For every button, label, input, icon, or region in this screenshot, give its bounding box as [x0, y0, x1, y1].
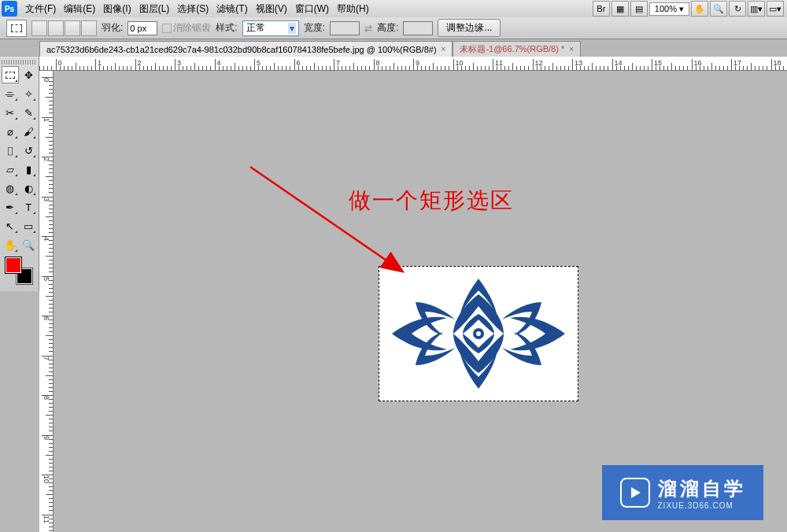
- menu-window[interactable]: 窗口(W): [292, 1, 332, 17]
- tab-2-title: 未标题-1@66.7%(RGB/8) *: [460, 43, 564, 55]
- crop-tool[interactable]: ✂: [2, 104, 19, 121]
- history-brush-tool[interactable]: ↺: [20, 142, 38, 159]
- gradient-tool[interactable]: ▮: [20, 161, 38, 178]
- menu-layer[interactable]: 图层(L): [136, 1, 173, 17]
- width-input[interactable]: [330, 21, 360, 35]
- color-swatches: [2, 257, 37, 288]
- menu-filter[interactable]: 滤镜(T): [213, 1, 250, 17]
- height-label: 高度:: [377, 21, 398, 35]
- canvas-area[interactable]: [54, 71, 787, 532]
- type-tool[interactable]: T: [20, 198, 38, 216]
- flower-graphic: [384, 271, 573, 397]
- menu-file[interactable]: 文件(F): [22, 1, 59, 17]
- watermark-url: ZIXUE.3D66.COM: [658, 501, 746, 510]
- watermark: 溜溜自学 ZIXUE.3D66.COM: [602, 465, 763, 520]
- marquee-selection[interactable]: [379, 266, 578, 401]
- style-label: 样式:: [216, 21, 237, 35]
- mode-new[interactable]: [31, 20, 47, 36]
- tab-2-close-icon[interactable]: ×: [569, 45, 574, 54]
- antialias-checkbox: 消除锯齿: [162, 21, 211, 35]
- toolbox-grip[interactable]: [2, 60, 37, 65]
- menu-help[interactable]: 帮助(H): [334, 1, 372, 17]
- menubar: Ps 文件(F) 编辑(E) 图像(I) 图层(L) 选择(S) 滤镜(T) 视…: [0, 0, 787, 17]
- menu-edit[interactable]: 编辑(E): [61, 1, 98, 17]
- pen-tool[interactable]: ✒: [2, 198, 19, 216]
- menu-select[interactable]: 选择(S): [174, 1, 212, 17]
- menu-right-controls: Br ▦ ▤ 100% ▾ ✋ 🔍 ↻ ▥▾ ▭▾: [593, 1, 787, 17]
- tab-1-close-icon[interactable]: ×: [442, 45, 446, 54]
- refine-edge-button[interactable]: 调整边缘...: [438, 19, 501, 37]
- antialias-label: 消除锯齿: [173, 21, 211, 35]
- feather-input[interactable]: [127, 21, 157, 35]
- path-selection-tool[interactable]: ↖: [2, 217, 19, 235]
- history-grid-button[interactable]: ▦: [611, 1, 629, 17]
- feather-label: 羽化:: [102, 21, 123, 35]
- view-extras-button[interactable]: ▤: [630, 1, 648, 17]
- options-bar: 羽化: 消除锯齿 样式: 正常 宽度: ⇄ 高度: 调整边缘...: [0, 17, 787, 39]
- foreground-color-swatch[interactable]: [5, 257, 22, 274]
- clone-stamp-tool[interactable]: ⌷: [2, 142, 19, 159]
- toolbox: ✥ ⌯ ✧ ✂ ✎ ⌀ 🖌 ⌷ ↺ ▱ ▮ ◍ ◐ ✒ T ↖ ▭ ✋ 🔍: [0, 57, 39, 291]
- svg-point-1: [476, 331, 481, 336]
- menu-image[interactable]: 图像(I): [100, 1, 134, 17]
- move-tool[interactable]: ✥: [20, 66, 38, 83]
- marquee-tool[interactable]: [2, 66, 19, 83]
- tab-1-title: ac75323d6b6de243-cb1a21ced629c7a4-981c03…: [46, 45, 437, 54]
- menu-items: 文件(F) 编辑(E) 图像(I) 图层(L) 选择(S) 滤镜(T) 视图(V…: [22, 1, 372, 17]
- tab-document-2[interactable]: 未标题-1@66.7%(RGB/8) * ×: [453, 41, 581, 57]
- vertical-ruler[interactable]: 01234567891011: [39, 71, 54, 532]
- lasso-tool[interactable]: ⌯: [2, 85, 19, 102]
- healing-brush-tool[interactable]: ⌀: [2, 123, 19, 140]
- mode-intersect[interactable]: [81, 20, 97, 36]
- annotation-text: 做一个矩形选区: [349, 186, 514, 216]
- current-tool-icon[interactable]: [6, 20, 27, 37]
- zoom-tool-button[interactable]: 🔍: [710, 1, 727, 17]
- screen-mode-button[interactable]: ▭▾: [767, 1, 784, 17]
- annotation-arrow: [244, 161, 417, 279]
- horizontal-ruler[interactable]: 10123456789101112131415161718: [39, 57, 787, 71]
- blur-tool[interactable]: ◍: [2, 179, 19, 197]
- brush-tool[interactable]: 🖌: [20, 123, 38, 140]
- menu-view[interactable]: 视图(V): [253, 1, 290, 17]
- swap-dimensions-icon[interactable]: ⇄: [364, 23, 372, 34]
- eyedropper-tool[interactable]: ✎: [20, 104, 38, 121]
- eraser-tool[interactable]: ▱: [2, 161, 19, 178]
- width-label: 宽度:: [304, 21, 325, 35]
- watermark-title: 溜溜自学: [658, 476, 746, 501]
- zoom-tool[interactable]: 🔍: [20, 236, 38, 253]
- launch-bridge-button[interactable]: Br: [593, 1, 610, 17]
- svg-line-2: [250, 167, 401, 271]
- height-input[interactable]: [403, 21, 433, 35]
- arrange-docs-button[interactable]: ▥▾: [748, 1, 765, 17]
- rotate-view-button[interactable]: ↻: [729, 1, 746, 17]
- app-logo: Ps: [2, 1, 17, 17]
- magic-wand-tool[interactable]: ✧: [20, 85, 38, 102]
- dodge-tool[interactable]: ◐: [20, 179, 38, 197]
- watermark-play-icon: [620, 478, 650, 508]
- zoom-value: 100%: [655, 4, 677, 13]
- selection-mode-group: [31, 20, 97, 36]
- zoom-level[interactable]: 100% ▾: [649, 2, 689, 16]
- mode-add[interactable]: [48, 20, 64, 36]
- document-tabs: ac75323d6b6de243-cb1a21ced629c7a4-981c03…: [0, 39, 787, 57]
- style-select[interactable]: 正常: [242, 20, 299, 36]
- hand-tool[interactable]: ✋: [2, 236, 19, 253]
- style-value: 正常: [246, 21, 265, 35]
- tab-document-1[interactable]: ac75323d6b6de243-cb1a21ced629c7a4-981c03…: [39, 41, 453, 57]
- shape-tool[interactable]: ▭: [20, 217, 38, 235]
- hand-tool-button[interactable]: ✋: [691, 1, 708, 17]
- mode-subtract[interactable]: [65, 20, 80, 36]
